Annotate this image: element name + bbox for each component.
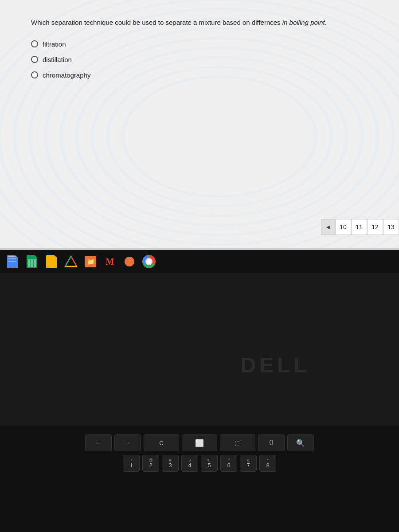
key-8[interactable]: * 8 <box>259 455 276 472</box>
gmail-icon: M <box>106 257 114 267</box>
sheets-taskbar-icon[interactable] <box>24 254 40 270</box>
quiz-area: Which separation technique could be used… <box>0 0 399 248</box>
key-1[interactable]: ! 1 <box>123 455 140 472</box>
key-2[interactable]: @ 2 <box>142 455 159 472</box>
key-7[interactable]: & 7 <box>240 455 257 472</box>
drive-taskbar-icon[interactable] <box>63 254 79 270</box>
option-filtration[interactable]: filtration <box>31 40 368 48</box>
page-11[interactable]: 11 <box>351 219 367 235</box>
page-prev-arrow[interactable]: ◄ <box>321 219 335 235</box>
key-brightness-down[interactable]: 0 <box>258 434 285 451</box>
key-back[interactable]: ← <box>85 434 112 451</box>
files-taskbar-icon[interactable]: 📁 <box>82 254 98 270</box>
option-label-chromatography: chromatography <box>43 71 90 79</box>
slides-taskbar-icon[interactable] <box>43 254 59 270</box>
svg-line-3 <box>65 256 71 266</box>
orange-dot-icon[interactable] <box>121 254 137 270</box>
pagination-bar: ◄ 10 11 12 13 <box>321 219 399 235</box>
keyboard-row-arrows: ← → C ⬜ ⬚ 0 🔍 <box>13 434 386 451</box>
key-6[interactable]: ^ 6 <box>220 455 237 472</box>
key-4[interactable]: $ 4 <box>181 455 198 472</box>
key-c[interactable]: C <box>144 434 179 451</box>
dark-bottom: DELL ← → C ⬜ ⬚ 0 🔍 ! 1 <box>0 273 399 532</box>
radio-chromatography[interactable] <box>31 71 38 78</box>
question-text: Which separation technique could be used… <box>31 18 368 28</box>
chrome-icon <box>142 255 156 268</box>
page-12[interactable]: 12 <box>367 219 383 235</box>
svg-line-1 <box>71 256 77 266</box>
option-chromatography[interactable]: chromatography <box>31 71 368 79</box>
chrome-taskbar-icon[interactable] <box>141 254 157 270</box>
gmail-taskbar-icon[interactable]: M <box>102 254 118 270</box>
key-fullscreen[interactable]: ⬚ <box>220 434 255 451</box>
svg-marker-0 <box>65 256 77 266</box>
page-13[interactable]: 13 <box>383 219 399 235</box>
quiz-content: Which separation technique could be used… <box>0 0 399 92</box>
option-label-distillation: distillation <box>43 56 72 63</box>
key-3[interactable]: # 3 <box>162 455 179 472</box>
options-list: filtration distillation chromatography <box>31 40 368 79</box>
option-label-filtration: filtration <box>43 40 66 48</box>
key-forward[interactable]: → <box>114 434 141 451</box>
dell-watermark: DELL <box>241 353 310 377</box>
radio-distillation[interactable] <box>31 56 38 63</box>
option-distillation[interactable]: distillation <box>31 56 368 63</box>
docs-taskbar-icon[interactable] <box>4 254 20 270</box>
page-10[interactable]: 10 <box>335 219 351 235</box>
taskbar: 📁 M <box>0 250 399 273</box>
key-5[interactable]: % 5 <box>201 455 218 472</box>
keyboard-area: ← → C ⬜ ⬚ 0 🔍 ! 1 @ <box>0 426 399 532</box>
key-screenshot[interactable]: ⬜ <box>182 434 217 451</box>
key-brightness-up[interactable]: 🔍 <box>287 434 314 451</box>
radio-filtration[interactable] <box>31 40 38 47</box>
keyboard-row-numbers: ! 1 @ 2 # 3 $ 4 % 5 ^ 6 <box>13 455 386 472</box>
